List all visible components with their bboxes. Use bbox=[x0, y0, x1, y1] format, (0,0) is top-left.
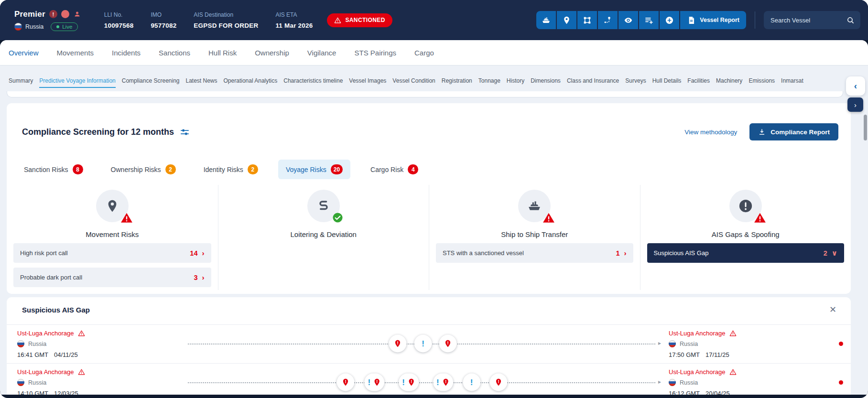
timestamp-row: 16:41 GMT04/11/25 bbox=[17, 351, 186, 358]
subtab-class-and-insurance[interactable]: Class and Insurance bbox=[567, 77, 619, 88]
header-actions: Vessel Report bbox=[536, 11, 860, 29]
gap-event-marker-exclaim[interactable]: ! bbox=[463, 374, 480, 391]
risk-row-probable-dark-port-call[interactable]: Probable dark port call3› bbox=[13, 268, 211, 287]
gap-event-marker-pin-alert[interactable] bbox=[439, 335, 456, 353]
subtab-latest-news[interactable]: Latest News bbox=[186, 77, 217, 88]
pin-alert-icon bbox=[341, 377, 349, 387]
area-select-button[interactable] bbox=[577, 11, 597, 29]
subtab-hull-details[interactable]: Hull Details bbox=[652, 77, 682, 88]
search-icon[interactable] bbox=[846, 16, 855, 24]
vessel-name-row: Premier ! bbox=[14, 10, 81, 19]
risk-row-count: 14 bbox=[190, 249, 197, 257]
add-circle-button[interactable] bbox=[660, 11, 679, 29]
gap-event-marker-pin-alert[interactable] bbox=[336, 374, 354, 391]
russia-flag-icon bbox=[17, 379, 24, 386]
vessel-report-button[interactable]: Vessel Report bbox=[680, 11, 746, 29]
subtab-dimensions[interactable]: Dimensions bbox=[531, 77, 561, 88]
port-name: Ust-Luga Anchorage bbox=[669, 368, 726, 376]
dot-circle-icon[interactable] bbox=[61, 10, 69, 18]
gap-section-header: Suspicious AIS Gap ✕ bbox=[7, 305, 851, 314]
tab-sts-pairings[interactable]: STS Pairings bbox=[354, 49, 396, 57]
red-dot-indicator bbox=[839, 380, 843, 385]
tab-ownership[interactable]: Ownership bbox=[255, 49, 289, 57]
risk-tab-sanction-risks[interactable]: Sanction Risks8 bbox=[16, 160, 91, 179]
flag-country-label: Russia bbox=[25, 23, 43, 30]
gap-event-marker-pin-alert[interactable] bbox=[389, 335, 407, 353]
risk-row-suspicious-ais-gap[interactable]: Suspicious AIS Gap2∨ bbox=[647, 243, 845, 263]
subtab-operational-analytics[interactable]: Operational Analytics bbox=[224, 77, 278, 88]
russia-flag-icon bbox=[669, 379, 676, 386]
subtab-vessel-condition[interactable]: Vessel Condition bbox=[392, 77, 435, 88]
subtab-compliance-screening[interactable]: Compliance Screening bbox=[122, 77, 180, 88]
close-icon[interactable]: ✕ bbox=[829, 305, 836, 314]
subtab-tonnage[interactable]: Tonnage bbox=[478, 77, 500, 88]
risk-row-sts-with-a-sanctioned-vessel[interactable]: STS with a sanctioned vessel1› bbox=[436, 243, 633, 263]
tab-sanctions[interactable]: Sanctions bbox=[159, 49, 190, 57]
subtab-summary[interactable]: Summary bbox=[9, 77, 33, 88]
gap-date: 17/11/25 bbox=[705, 351, 729, 358]
risk-tab-cargo-risk[interactable]: Cargo Risk4 bbox=[363, 160, 426, 179]
vertical-scrollbar-thumb[interactable] bbox=[864, 115, 867, 140]
risk-row-count: 2 bbox=[824, 249, 827, 257]
tab-overview[interactable]: Overview bbox=[9, 49, 39, 57]
tab-hull-risk[interactable]: Hull Risk bbox=[208, 49, 237, 57]
risk-tab-voyage-risks[interactable]: Voyage Risks20 bbox=[278, 160, 350, 179]
pin-alert-icon bbox=[373, 377, 381, 387]
gap-event-marker-pin-alert[interactable] bbox=[490, 374, 508, 391]
exclamation-icon: ! bbox=[470, 378, 473, 387]
tab-incidents[interactable]: Incidents bbox=[112, 49, 141, 57]
risk-count-badge: 4 bbox=[408, 164, 418, 174]
subtab-predictive-voyage-information[interactable]: Predictive Voyage Information bbox=[39, 77, 115, 88]
subtab-inmarsat[interactable]: Inmarsat bbox=[781, 77, 803, 88]
gap-event-marker-exclaim-pin[interactable]: ! bbox=[365, 374, 385, 391]
vessel-search-box bbox=[764, 11, 860, 29]
risk-tab-identity-risks[interactable]: Identity Risks2 bbox=[196, 160, 266, 179]
tab-vigilance[interactable]: Vigilance bbox=[307, 49, 336, 57]
subtab-facilities[interactable]: Facilities bbox=[687, 77, 710, 88]
header-field: IMO9577082 bbox=[151, 11, 176, 29]
warning-triangle-filled-icon bbox=[754, 212, 766, 224]
gap-event-marker-exclaim-pin[interactable]: ! bbox=[433, 374, 453, 391]
gap-time: 16:12 GMT bbox=[669, 390, 700, 395]
gap-event-marker-exclaim-pin[interactable]: ! bbox=[399, 374, 419, 391]
port-row: Ust-Luga Anchorage bbox=[17, 368, 186, 376]
risk-row-high-risk-port-call[interactable]: High risk port call14› bbox=[13, 243, 211, 263]
vessel-button[interactable] bbox=[536, 11, 556, 29]
expand-panel-button[interactable]: › bbox=[847, 97, 863, 112]
compliance-report-button[interactable]: Compliance Report bbox=[749, 123, 838, 140]
subtab-emissions[interactable]: Emissions bbox=[749, 77, 775, 88]
port-name: Ust-Luga Anchorage bbox=[17, 330, 74, 337]
port-name: Ust-Luga Anchorage bbox=[17, 368, 74, 376]
header-divider bbox=[755, 11, 755, 29]
tab-cargo[interactable]: Cargo bbox=[414, 49, 434, 57]
vessel-identity: Premier ! Russia Live bbox=[14, 10, 81, 31]
route-button[interactable] bbox=[598, 11, 618, 29]
scroll-tabs-left-button[interactable]: ‹ bbox=[846, 76, 865, 96]
subtab-registration[interactable]: Registration bbox=[442, 77, 472, 88]
view-methodology-link[interactable]: View methodology bbox=[684, 129, 737, 136]
subtab-history[interactable]: History bbox=[507, 77, 524, 88]
pin-alert-icon bbox=[407, 377, 415, 387]
add-to-list-button[interactable] bbox=[639, 11, 659, 29]
category-icon bbox=[307, 190, 340, 222]
risk-tab-ownership-risks[interactable]: Ownership Risks2 bbox=[103, 160, 184, 179]
header-field-value: EGPSD FOR ORDER bbox=[194, 22, 258, 29]
subtab-machinery[interactable]: Machinery bbox=[716, 77, 742, 88]
port-name: Ust-Luga Anchorage bbox=[669, 330, 726, 337]
pin-alert-icon bbox=[394, 339, 402, 349]
filter-sliders-icon[interactable] bbox=[180, 127, 190, 137]
risk-row-label: STS with a sanctioned vessel bbox=[443, 249, 616, 257]
live-dot-icon bbox=[56, 25, 59, 28]
tab-movements[interactable]: Movements bbox=[57, 49, 94, 57]
port-row: Ust-Luga Anchorage bbox=[669, 330, 737, 337]
search-input[interactable] bbox=[770, 16, 846, 24]
watchlist-eye-button[interactable] bbox=[618, 11, 638, 29]
sanctioned-label: SANCTIONED bbox=[345, 17, 385, 23]
gap-event-marker-exclaim[interactable]: ! bbox=[414, 335, 432, 353]
location-pin-button[interactable] bbox=[557, 11, 576, 29]
alert-circle-icon[interactable]: ! bbox=[49, 10, 57, 18]
subtab-vessel-images[interactable]: Vessel Images bbox=[349, 77, 386, 88]
subtab-surveys[interactable]: Surveys bbox=[625, 77, 646, 88]
subtab-characteristics-timeline[interactable]: Characteristics timeline bbox=[283, 77, 343, 88]
person-icon[interactable] bbox=[73, 10, 81, 18]
